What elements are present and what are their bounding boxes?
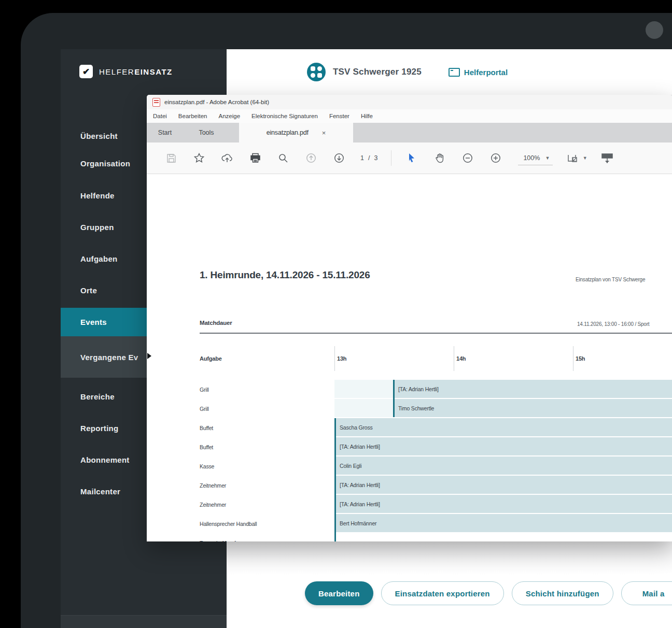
printer-icon xyxy=(250,153,261,163)
plus-circle-icon xyxy=(491,153,501,163)
schedule-row: Tageschef [ver.] xyxy=(200,533,672,541)
time-column-15h: 15h xyxy=(576,355,585,362)
menu-hilfe[interactable]: Hilfe xyxy=(361,113,373,119)
tab-einsatzplan-pdf[interactable]: einsatzplan.pdf × xyxy=(239,123,353,142)
toolbar-divider xyxy=(391,150,391,166)
submenu-expand-arrow[interactable] xyxy=(147,353,151,359)
shift-bar[interactable]: Timo Schwertle xyxy=(334,399,672,417)
shift-bar[interactable]: [TA: Adrian Hertli] xyxy=(334,476,672,494)
arrow-down-circle-icon xyxy=(334,153,344,163)
acrobat-titlebar[interactable]: einsatzplan.pdf - Adobe Acrobat (64-bit) xyxy=(147,95,672,109)
einsatzdaten-exportieren-button[interactable]: Einsatzdaten exportieren xyxy=(381,581,504,605)
schedule-row: Zeitnehmer [TA: Adrian Hertli] xyxy=(200,476,672,495)
organisation-avatar-icon xyxy=(307,63,326,81)
schedule-row: Zeitnehmer [TA: Adrian Hertli] xyxy=(200,495,672,514)
task-label: Buffet xyxy=(200,437,333,457)
page-indicator[interactable]: 1 / 3 xyxy=(360,154,377,162)
page-separator: / xyxy=(368,154,370,162)
pdf-page[interactable]: 1. Heimrunde, 14.11.2026 - 15.11.2026 Ei… xyxy=(147,174,672,541)
search-icon xyxy=(278,153,288,163)
sidebar-item-label: Mailcenter xyxy=(80,487,120,496)
pdf-doc-publisher: Einsatzplan von TSV Schwerge xyxy=(576,277,645,282)
next-page-button[interactable] xyxy=(325,149,353,167)
task-label: Tageschef [ver.] xyxy=(200,533,333,541)
share-upload-button[interactable] xyxy=(213,149,241,167)
menu-anzeige[interactable]: Anzeige xyxy=(218,113,240,119)
shift-bar[interactable]: Bert Hofmänner xyxy=(334,514,672,532)
task-label: Kasse xyxy=(200,456,333,476)
task-label: Grill xyxy=(200,380,333,399)
event-action-buttons: Bearbeiten Einsatzdaten exportieren Schi… xyxy=(305,581,672,605)
window-title: einsatzplan.pdf - Adobe Acrobat (64-bit) xyxy=(164,99,269,105)
acrobat-toolbar: 1 / 3 100% ▼ ▼ xyxy=(147,142,672,174)
zoom-out-button[interactable] xyxy=(454,149,482,167)
column-divider xyxy=(454,346,454,371)
task-label: Zeitnehmer xyxy=(200,495,333,515)
save-button[interactable] xyxy=(157,149,185,167)
shift-bar[interactable]: Colin Egli xyxy=(334,456,672,475)
acrobat-window: einsatzplan.pdf - Adobe Acrobat (64-bit)… xyxy=(147,95,672,541)
star-icon xyxy=(194,153,204,163)
cloud-upload-icon xyxy=(221,153,233,163)
sidebar-item-label: Helfende xyxy=(80,191,115,200)
helferportal-label: Helferportal xyxy=(464,68,508,77)
hand-tool-button[interactable] xyxy=(426,149,454,167)
assignee-label: [TA: Adrian Hertli] xyxy=(393,380,672,398)
menu-datei[interactable]: Datei xyxy=(153,113,167,119)
shift-bar[interactable]: [TA: Adrian Hertli] xyxy=(334,495,672,513)
page-current[interactable]: 1 xyxy=(360,154,364,162)
acrobat-tabbar: Start Tools einsatzplan.pdf × xyxy=(147,123,672,143)
sidebar-item-label: Bereiche xyxy=(80,392,115,401)
previous-page-button[interactable] xyxy=(297,149,325,167)
schicht-hinzufuegen-button[interactable]: Schicht hinzufügen xyxy=(512,581,613,605)
acrobat-menubar: Datei Bearbeiten Anzeige Elektronische S… xyxy=(147,109,672,123)
presentation-mode-button[interactable] xyxy=(593,149,621,167)
sidebar-item-label: Organisation xyxy=(80,159,130,168)
column-divider xyxy=(334,346,335,371)
task-label: Buffet xyxy=(200,418,333,438)
shift-bar[interactable]: Sascha Gross xyxy=(334,418,672,436)
checkmark-logo-icon: ✔ xyxy=(79,65,93,78)
hand-icon xyxy=(435,153,445,163)
shift-bar-edge xyxy=(334,418,336,541)
task-label: Zeitnehmer xyxy=(200,476,333,495)
chevron-down-icon: ▼ xyxy=(545,155,550,161)
minus-circle-icon xyxy=(463,153,473,163)
time-column-13h: 13h xyxy=(337,355,346,362)
menu-elektronische-signaturen[interactable]: Elektronische Signaturen xyxy=(251,113,318,119)
schedule-row: Buffet Sascha Gross xyxy=(200,418,672,437)
bearbeiten-button[interactable]: Bearbeiten xyxy=(305,581,373,605)
tab-close-icon[interactable]: × xyxy=(322,129,326,137)
schedule-row: Grill [TA: Adrian Hertli] xyxy=(200,380,672,399)
presentation-icon xyxy=(601,153,613,164)
search-button[interactable] xyxy=(269,149,297,167)
zoom-in-button[interactable] xyxy=(482,149,510,167)
sidebar-item-label: Orte xyxy=(80,286,97,295)
menu-fenster[interactable]: Fenster xyxy=(329,113,349,119)
zoom-level-select[interactable]: 100% ▼ xyxy=(518,151,553,165)
mail-button[interactable]: Mail a xyxy=(621,581,672,605)
app-logo[interactable]: ✔ HELFEREINSATZ xyxy=(79,65,173,78)
helferportal-link[interactable]: Helferportal xyxy=(449,68,508,77)
sidebar-item-label: Gruppen xyxy=(80,223,114,232)
chevron-down-icon: ▼ xyxy=(583,155,587,161)
schedule-row: Hallensprecher Handball Bert Hofmänner xyxy=(200,514,672,533)
shift-bar[interactable] xyxy=(334,533,672,541)
tab-tools[interactable]: Tools xyxy=(183,123,230,142)
floppy-icon xyxy=(166,153,176,163)
time-column-14h: 14h xyxy=(456,355,466,362)
page-view-button[interactable]: ▼ xyxy=(561,149,593,167)
tab-start[interactable]: Start xyxy=(147,123,183,142)
window-control-dot xyxy=(646,21,663,39)
menu-bearbeiten[interactable]: Bearbeiten xyxy=(178,113,207,119)
bookmark-button[interactable] xyxy=(185,149,213,167)
select-tool-button[interactable] xyxy=(398,149,426,167)
zoom-level-value: 100% xyxy=(523,154,540,162)
print-button[interactable] xyxy=(241,149,269,167)
schedule-row: Buffet [TA: Adrian Hertli] xyxy=(200,437,672,456)
shift-bar[interactable]: [TA: Adrian Hertli] xyxy=(334,437,672,455)
page-total: 3 xyxy=(374,154,377,162)
sidebar-item-label: Vergangene Ev xyxy=(80,353,138,362)
shift-bar[interactable]: [TA: Adrian Hertli] xyxy=(334,380,672,398)
portal-header: TSV Schwerger 1925 Helferportal xyxy=(227,49,672,95)
